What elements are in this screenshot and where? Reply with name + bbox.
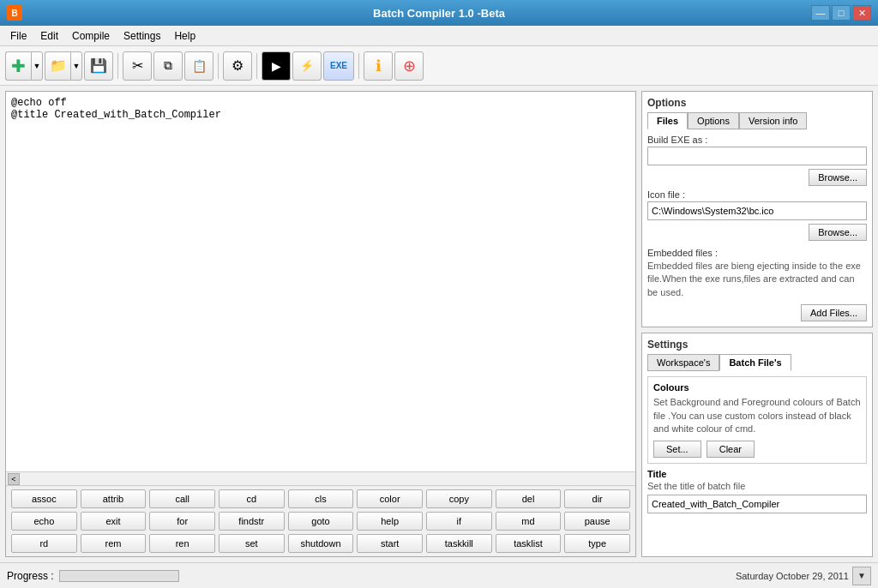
- separator-3: [256, 53, 257, 79]
- cmd-taskkill[interactable]: taskkill: [426, 534, 492, 553]
- icon-file-label: Icon file :: [647, 189, 867, 200]
- options-title: Options: [647, 97, 867, 109]
- toolbar: ✚ ▼ 📁 ▼ 💾 ✂ ⧉ 📋 ⚙ ▶ ⚡ EXE ℹ ⊕: [0, 46, 878, 86]
- separator-2: [218, 53, 219, 79]
- maximize-button[interactable]: □: [832, 5, 851, 21]
- tab-files[interactable]: Files: [647, 112, 688, 129]
- paste-button[interactable]: 📋: [184, 51, 213, 81]
- cmd-cls[interactable]: cls: [288, 489, 354, 508]
- browse-icon-button[interactable]: Browse...: [809, 224, 867, 241]
- calendar-button[interactable]: ▼: [852, 567, 871, 585]
- info-button[interactable]: ℹ: [364, 51, 393, 81]
- cmd-copy[interactable]: copy: [426, 489, 492, 508]
- open-button[interactable]: 📁: [45, 51, 70, 81]
- cmd-set[interactable]: set: [219, 534, 285, 553]
- settings-tab-bar: Workspace's Batch File's: [647, 354, 867, 371]
- colours-title: Colours: [653, 382, 861, 393]
- cmd-dir[interactable]: dir: [564, 489, 630, 508]
- cut-button[interactable]: ✂: [123, 51, 152, 81]
- tab-version-info[interactable]: Version info: [739, 112, 807, 129]
- help-button[interactable]: ⊕: [394, 51, 424, 81]
- menu-compile[interactable]: Compile: [65, 28, 117, 44]
- cmd-rem[interactable]: rem: [81, 534, 147, 553]
- clear-colours-button[interactable]: Clear: [707, 441, 755, 458]
- save-button[interactable]: 💾: [84, 51, 113, 81]
- add-files-button[interactable]: Add Files...: [801, 304, 867, 321]
- tab-workspaces[interactable]: Workspace's: [647, 354, 719, 371]
- cmd-echo[interactable]: echo: [11, 512, 77, 531]
- title-section-desc: Set the title of batch file: [647, 481, 867, 491]
- cmd-for[interactable]: for: [149, 512, 215, 531]
- cmd-shutdown[interactable]: shutdown: [288, 534, 354, 553]
- cmd-type[interactable]: type: [564, 534, 630, 553]
- cmd-findstr[interactable]: findstr: [219, 512, 285, 531]
- tab-batch-file[interactable]: Batch File's: [719, 354, 791, 371]
- scroll-left-button[interactable]: <: [8, 473, 20, 485]
- open-dropdown[interactable]: ▼: [70, 51, 82, 81]
- cmd-start[interactable]: start: [357, 534, 423, 553]
- menu-settings[interactable]: Settings: [117, 28, 167, 44]
- colours-box: Colours Set Background and Foreground co…: [647, 376, 867, 464]
- minimize-button[interactable]: —: [811, 5, 830, 21]
- cmd-color[interactable]: color: [357, 489, 423, 508]
- batch-title-input[interactable]: [647, 495, 867, 513]
- build-exe-input[interactable]: [647, 147, 867, 165]
- run-button[interactable]: ⚡: [292, 51, 322, 81]
- embedded-desc: Embedded files are bieng ejecting inside…: [647, 260, 867, 299]
- cmd-md[interactable]: md: [496, 512, 562, 531]
- menu-file[interactable]: File: [3, 28, 33, 44]
- status-bar: Progress : Saturday October 29, 2011 ▼: [0, 562, 878, 588]
- cmd-exit[interactable]: exit: [81, 512, 147, 531]
- cmd-goto[interactable]: goto: [288, 512, 354, 531]
- cmd-del[interactable]: del: [496, 489, 562, 508]
- progress-area: Progress :: [7, 570, 179, 582]
- cmd-ren[interactable]: ren: [149, 534, 215, 553]
- cmd-if[interactable]: if: [426, 512, 492, 531]
- title-section-label: Title: [647, 469, 867, 479]
- datetime-area: Saturday October 29, 2011 ▼: [736, 567, 871, 585]
- settings-title: Settings: [647, 339, 867, 351]
- app-icon: B: [7, 5, 22, 21]
- menu-bar: File Edit Compile Settings Help: [0, 26, 878, 46]
- code-editor[interactable]: [6, 92, 635, 471]
- editor-area: < assoc attrib call cd cls color copy de…: [5, 91, 636, 557]
- window-title: Batch Compiler 1.0 -Beta: [373, 7, 505, 20]
- cmd-cd[interactable]: cd: [219, 489, 285, 508]
- close-button[interactable]: ✕: [852, 5, 871, 21]
- separator-4: [358, 53, 359, 79]
- icon-file-input[interactable]: [647, 201, 867, 220]
- colours-desc: Set Background and Foreground colours of…: [653, 396, 861, 435]
- cmd-rd[interactable]: rd: [11, 534, 77, 553]
- browse-exe-button[interactable]: Browse...: [809, 169, 867, 186]
- compile-exe-button[interactable]: EXE: [323, 51, 354, 81]
- terminal-button[interactable]: ▶: [262, 51, 291, 81]
- menu-edit[interactable]: Edit: [33, 28, 65, 44]
- cmd-help[interactable]: help: [357, 512, 423, 531]
- main-content: < assoc attrib call cd cls color copy de…: [0, 86, 878, 562]
- horizontal-scrollbar[interactable]: <: [6, 471, 635, 485]
- tab-options[interactable]: Options: [688, 112, 739, 129]
- cmd-pause[interactable]: pause: [564, 512, 630, 531]
- cmd-assoc[interactable]: assoc: [11, 489, 77, 508]
- set-colours-button[interactable]: Set...: [653, 441, 701, 458]
- menu-help[interactable]: Help: [167, 28, 202, 44]
- options-tab-bar: Files Options Version info: [647, 112, 867, 129]
- title-section: Title Set the title of batch file: [647, 469, 867, 513]
- embedded-label: Embedded files :: [647, 248, 867, 258]
- progress-label: Progress :: [7, 570, 54, 582]
- progress-bar: [59, 570, 179, 582]
- settings-button[interactable]: ⚙: [223, 51, 252, 81]
- colours-buttons: Set... Clear: [653, 441, 861, 458]
- new-dropdown[interactable]: ▼: [31, 51, 43, 81]
- datetime-text: Saturday October 29, 2011: [736, 571, 849, 581]
- options-files-content: Build EXE as : Browse... Icon file : Bro…: [647, 135, 867, 321]
- settings-section: Settings Workspace's Batch File's Colour…: [641, 333, 873, 557]
- copy-button[interactable]: ⧉: [153, 51, 183, 81]
- cmd-attrib[interactable]: attrib: [81, 489, 147, 508]
- cmd-tasklist[interactable]: tasklist: [496, 534, 562, 553]
- options-section: Options Files Options Version info Build…: [641, 91, 873, 327]
- cmd-call[interactable]: call: [149, 489, 215, 508]
- new-button[interactable]: ✚: [5, 51, 31, 81]
- right-panel: Options Files Options Version info Build…: [641, 91, 873, 557]
- separator-1: [117, 53, 118, 79]
